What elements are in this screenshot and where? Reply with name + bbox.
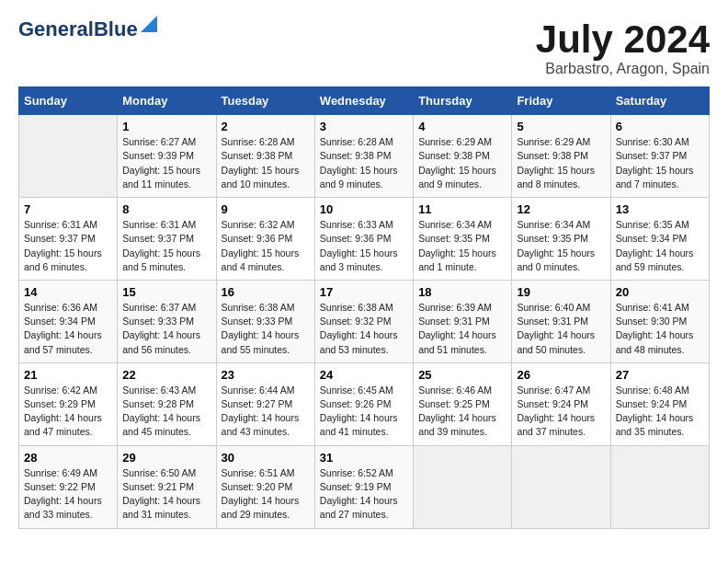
day-number: 25 (418, 368, 506, 382)
calendar-cell: 29Sunrise: 6:50 AMSunset: 9:21 PMDayligh… (118, 445, 216, 528)
calendar-cell (512, 445, 610, 528)
day-number: 31 (320, 451, 408, 465)
svg-marker-0 (141, 16, 157, 32)
day-number: 13 (616, 202, 704, 216)
calendar-cell: 11Sunrise: 6:34 AMSunset: 9:35 PMDayligh… (414, 198, 512, 281)
calendar-cell: 12Sunrise: 6:34 AMSunset: 9:35 PMDayligh… (512, 198, 610, 281)
day-info: Sunrise: 6:41 AMSunset: 9:30 PMDaylight:… (616, 301, 704, 357)
weekday-header-friday: Friday (512, 87, 610, 115)
calendar-cell: 17Sunrise: 6:38 AMSunset: 9:32 PMDayligh… (314, 280, 413, 362)
calendar-cell: 19Sunrise: 6:40 AMSunset: 9:31 PMDayligh… (512, 280, 610, 362)
day-info: Sunrise: 6:32 AMSunset: 9:36 PMDaylight:… (222, 218, 310, 274)
day-info: Sunrise: 6:46 AMSunset: 9:25 PMDaylight:… (418, 384, 506, 440)
day-number: 8 (122, 202, 210, 216)
calendar-cell: 9Sunrise: 6:32 AMSunset: 9:36 PMDaylight… (216, 198, 314, 281)
calendar-cell: 30Sunrise: 6:51 AMSunset: 9:20 PMDayligh… (216, 445, 314, 528)
calendar-cell: 31Sunrise: 6:52 AMSunset: 9:19 PMDayligh… (314, 445, 413, 528)
calendar-cell: 16Sunrise: 6:38 AMSunset: 9:33 PMDayligh… (216, 280, 314, 362)
calendar-cell: 14Sunrise: 6:36 AMSunset: 9:34 PMDayligh… (19, 280, 118, 362)
day-number: 11 (418, 202, 506, 216)
logo-arrow-icon (141, 16, 157, 32)
calendar-cell: 3Sunrise: 6:28 AMSunset: 9:38 PMDaylight… (314, 115, 413, 198)
calendar-cell: 21Sunrise: 6:42 AMSunset: 9:29 PMDayligh… (19, 362, 118, 445)
calendar-cell (414, 445, 512, 528)
day-number: 7 (24, 202, 112, 216)
day-info: Sunrise: 6:45 AMSunset: 9:26 PMDaylight:… (320, 384, 408, 440)
calendar-cell (610, 445, 709, 528)
day-info: Sunrise: 6:30 AMSunset: 9:37 PMDaylight:… (616, 135, 704, 191)
day-number: 10 (320, 202, 408, 216)
day-info: Sunrise: 6:33 AMSunset: 9:36 PMDaylight:… (320, 218, 408, 274)
day-info: Sunrise: 6:28 AMSunset: 9:38 PMDaylight:… (222, 135, 310, 191)
day-number: 21 (24, 368, 112, 382)
calendar-cell: 27Sunrise: 6:48 AMSunset: 9:24 PMDayligh… (610, 362, 709, 445)
day-number: 28 (24, 451, 112, 465)
day-info: Sunrise: 6:29 AMSunset: 9:38 PMDaylight:… (517, 135, 605, 191)
calendar-cell: 13Sunrise: 6:35 AMSunset: 9:34 PMDayligh… (610, 198, 709, 281)
weekday-header-thursday: Thursday (414, 87, 512, 115)
day-number: 16 (222, 285, 310, 299)
day-number: 19 (517, 285, 605, 299)
day-number: 18 (418, 285, 506, 299)
logo: General Blue (18, 18, 157, 40)
day-info: Sunrise: 6:29 AMSunset: 9:38 PMDaylight:… (418, 135, 506, 191)
day-number: 3 (320, 120, 408, 133)
weekday-header-tuesday: Tuesday (216, 87, 314, 115)
calendar-cell: 25Sunrise: 6:46 AMSunset: 9:25 PMDayligh… (414, 362, 512, 445)
day-info: Sunrise: 6:35 AMSunset: 9:34 PMDaylight:… (616, 218, 704, 274)
day-number: 23 (222, 368, 310, 382)
calendar-cell: 15Sunrise: 6:37 AMSunset: 9:33 PMDayligh… (118, 280, 216, 362)
logo-general: General (18, 18, 94, 40)
day-info: Sunrise: 6:36 AMSunset: 9:34 PMDaylight:… (24, 301, 112, 357)
day-number: 29 (122, 451, 210, 465)
day-info: Sunrise: 6:49 AMSunset: 9:22 PMDaylight:… (24, 466, 112, 523)
calendar-cell: 24Sunrise: 6:45 AMSunset: 9:26 PMDayligh… (314, 362, 413, 445)
day-info: Sunrise: 6:39 AMSunset: 9:31 PMDaylight:… (418, 301, 506, 357)
weekday-header-monday: Monday (118, 87, 216, 115)
day-number: 4 (418, 120, 506, 133)
day-info: Sunrise: 6:50 AMSunset: 9:21 PMDaylight:… (122, 466, 210, 523)
day-number: 24 (320, 368, 408, 382)
day-number: 9 (222, 202, 310, 216)
day-info: Sunrise: 6:48 AMSunset: 9:24 PMDaylight:… (616, 384, 704, 440)
day-info: Sunrise: 6:47 AMSunset: 9:24 PMDaylight:… (517, 384, 605, 440)
day-info: Sunrise: 6:34 AMSunset: 9:35 PMDaylight:… (418, 218, 506, 274)
day-info: Sunrise: 6:42 AMSunset: 9:29 PMDaylight:… (24, 384, 112, 440)
weekday-header-saturday: Saturday (610, 87, 709, 115)
calendar-table: SundayMondayTuesdayWednesdayThursdayFrid… (18, 86, 710, 528)
calendar-cell: 28Sunrise: 6:49 AMSunset: 9:22 PMDayligh… (19, 445, 118, 528)
calendar-cell: 2Sunrise: 6:28 AMSunset: 9:38 PMDaylight… (216, 115, 314, 198)
day-info: Sunrise: 6:27 AMSunset: 9:39 PMDaylight:… (122, 135, 210, 191)
page-header: General Blue July 2024 Barbastro, Aragon… (18, 18, 710, 77)
day-info: Sunrise: 6:40 AMSunset: 9:31 PMDaylight:… (517, 301, 605, 357)
calendar-cell: 8Sunrise: 6:31 AMSunset: 9:37 PMDaylight… (118, 198, 216, 281)
calendar-cell: 10Sunrise: 6:33 AMSunset: 9:36 PMDayligh… (314, 198, 413, 281)
day-number: 27 (616, 368, 704, 382)
calendar-cell: 6Sunrise: 6:30 AMSunset: 9:37 PMDaylight… (610, 115, 709, 198)
day-number: 22 (122, 368, 210, 382)
calendar-location: Barbastro, Aragon, Spain (536, 61, 710, 77)
day-number: 17 (320, 285, 408, 299)
calendar-cell: 1Sunrise: 6:27 AMSunset: 9:39 PMDaylight… (118, 115, 216, 198)
day-number: 5 (517, 120, 605, 133)
day-number: 30 (222, 451, 310, 465)
weekday-header-wednesday: Wednesday (314, 87, 413, 115)
day-info: Sunrise: 6:51 AMSunset: 9:20 PMDaylight:… (222, 466, 310, 523)
calendar-cell: 26Sunrise: 6:47 AMSunset: 9:24 PMDayligh… (512, 362, 610, 445)
day-info: Sunrise: 6:38 AMSunset: 9:33 PMDaylight:… (222, 301, 310, 357)
calendar-cell: 23Sunrise: 6:44 AMSunset: 9:27 PMDayligh… (216, 362, 314, 445)
day-info: Sunrise: 6:44 AMSunset: 9:27 PMDaylight:… (222, 384, 310, 440)
day-info: Sunrise: 6:43 AMSunset: 9:28 PMDaylight:… (122, 384, 210, 440)
calendar-cell: 5Sunrise: 6:29 AMSunset: 9:38 PMDaylight… (512, 115, 610, 198)
day-info: Sunrise: 6:31 AMSunset: 9:37 PMDaylight:… (122, 218, 210, 274)
day-number: 12 (517, 202, 605, 216)
calendar-cell: 18Sunrise: 6:39 AMSunset: 9:31 PMDayligh… (414, 280, 512, 362)
calendar-cell: 7Sunrise: 6:31 AMSunset: 9:37 PMDaylight… (19, 198, 118, 281)
weekday-header-sunday: Sunday (19, 87, 118, 115)
calendar-title: July 2024 (536, 18, 710, 61)
day-info: Sunrise: 6:37 AMSunset: 9:33 PMDaylight:… (122, 301, 210, 357)
day-number: 26 (517, 368, 605, 382)
day-number: 1 (122, 120, 210, 133)
day-number: 15 (122, 285, 210, 299)
day-number: 20 (616, 285, 704, 299)
